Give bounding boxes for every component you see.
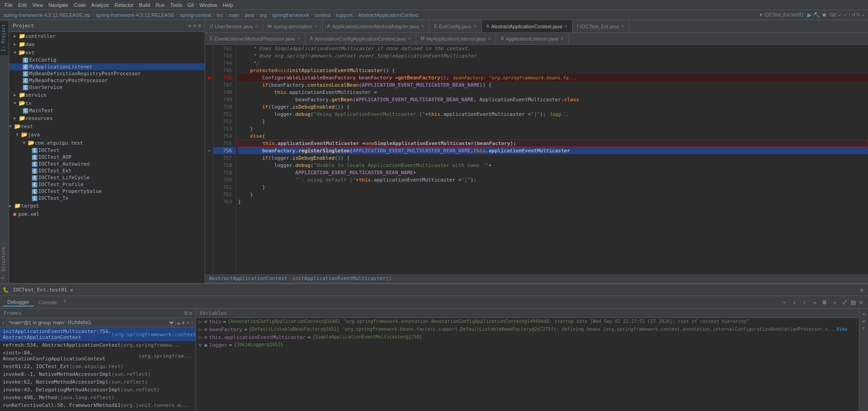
menu-build[interactable]: Build <box>136 2 153 8</box>
menu-tools[interactable]: Tools <box>167 2 185 8</box>
gutter-745[interactable] <box>205 67 213 74</box>
build-icon[interactable]: 🔨 <box>813 12 820 18</box>
bc2-method[interactable]: initApplicationEventMulticaster() <box>292 276 392 281</box>
tree-item-pomxml[interactable]: ◼ pom.xml <box>9 210 205 218</box>
close-debug-session[interactable]: ✕ <box>70 287 73 293</box>
run-config-dropdown[interactable]: ▼ IOCTest_Ext.test01 <box>759 12 804 17</box>
toggle-console-icon[interactable]: * <box>62 299 68 305</box>
menu-refactor[interactable]: Refactor <box>112 2 136 8</box>
menu-window[interactable]: Window <box>196 2 220 8</box>
tree-item-ioctest-tx[interactable]: C IOCTest_Tx <box>9 195 205 202</box>
bc-item[interactable]: spring-context <box>179 12 212 18</box>
tree-item-myapplicationlistener[interactable]: C MyApplicationListener <box>9 63 205 70</box>
tree-item-target[interactable]: ▶ 📁 target <box>9 202 205 210</box>
tree-item-com-atguigu[interactable]: ▼ 📂 com.atguigu.test <box>9 139 205 147</box>
bc-item[interactable]: support <box>335 12 354 18</box>
debug-run-to-cursor[interactable]: ⇥ <box>810 298 819 307</box>
debug-step-over[interactable]: ↷ <box>780 298 789 307</box>
var-item-multicaster[interactable]: ▷ ≡ this.applicationEventMulticaster = {… <box>196 333 859 341</box>
tree-item-mybeandef[interactable]: C MyBeanDefinitionRegistryPostProcessor <box>9 70 205 77</box>
bc-item[interactable]: src <box>216 12 224 18</box>
var-item-beanfactory[interactable]: ▷ ≡ beanFactory = {DefaultListableBeanFa… <box>196 326 859 333</box>
gutter-757[interactable] <box>205 154 213 161</box>
bc-item[interactable]: springframework <box>271 12 310 18</box>
close-tab-myapplicationlistener[interactable]: ✕ <box>487 36 491 41</box>
debug-close-btn[interactable]: ✕ <box>857 298 865 307</box>
gutter-753[interactable] <box>205 125 213 132</box>
tree-item-resources[interactable]: ▶ 📁 resources <box>9 114 205 122</box>
gutter-758[interactable] <box>205 161 213 169</box>
gutter-759[interactable] <box>205 169 213 176</box>
frame-item-2[interactable]: <init>:84, AnnotationConfigApplicationCo… <box>0 349 196 363</box>
frame-item-3[interactable]: test01:22, IOCTest_Ext (com.atguigu.test… <box>0 363 196 370</box>
tree-item-ioctest-profile[interactable]: C IOCTest_Profile <box>9 181 205 188</box>
tab-extconfig[interactable]: E ExtConfig.java ✕ <box>429 20 482 33</box>
menu-navigate[interactable]: Navigate <box>46 2 71 8</box>
bc-item[interactable]: context <box>314 12 331 18</box>
tree-item-ioctest[interactable]: C IOCTest <box>9 147 205 154</box>
menu-file[interactable]: File <box>2 2 16 8</box>
tab-userservice[interactable]: U UserService.java ✕ <box>205 20 263 33</box>
expand-all-icon[interactable]: ≡ <box>193 23 196 29</box>
bc-item[interactable]: AbstractApplicationContext <box>357 12 419 18</box>
tab-myapplicationlistener[interactable]: M MyApplicationListener.java ✕ <box>416 33 496 45</box>
debug-run-icon[interactable]: ▶ <box>807 12 811 18</box>
gutter-742[interactable] <box>205 45 213 52</box>
tab-applicationlistener[interactable]: A ApplicationListenerMethodAdapter.java … <box>323 20 429 33</box>
tree-item-test[interactable]: ▼ 📂 test <box>9 122 205 130</box>
gutter-760[interactable] <box>205 176 213 183</box>
gutter-761[interactable] <box>205 183 213 191</box>
gutter-754[interactable] <box>205 132 213 140</box>
filter-icon[interactable]: ⧉ <box>184 310 188 316</box>
gutter-748[interactable] <box>205 88 213 96</box>
close-tab-ioctest-ext[interactable]: ✕ <box>621 24 625 29</box>
tree-item-service[interactable]: ▶ 📁 service <box>9 91 205 99</box>
debug-side-btn-3[interactable]: ↕ <box>861 324 866 331</box>
settings-icon[interactable]: ⚙ <box>198 23 201 29</box>
debug-step-into[interactable]: ↓ <box>790 298 799 307</box>
frame-add[interactable]: + <box>186 320 189 325</box>
gutter-756[interactable]: ➡ <box>205 147 213 154</box>
tab-applicationlistener2[interactable]: A ApplicationListener.java ✕ <box>496 33 568 45</box>
tab-spring-annotation[interactable]: m spring-annotation ✕ <box>263 20 322 33</box>
tab-ioctest-ext[interactable]: I IOCTest_Ext.java ✕ <box>573 20 630 33</box>
bc2-abstractapplicationcontext[interactable]: AbstractApplicationContext <box>209 276 287 281</box>
tree-item-ext[interactable]: ▼ 📂 ext <box>9 48 205 57</box>
tree-item-ioctest-lifecycle[interactable]: C IOCTest_LifeCycle <box>9 174 205 181</box>
tab-abstractapplicationcontext[interactable]: A AbstractApplicationContext.java ✕ <box>482 20 573 33</box>
tree-item-userservice[interactable]: C UserService <box>9 84 205 91</box>
debug-expand-btn[interactable]: ⤢ <box>840 298 849 307</box>
debug-side-btn-1[interactable]: ≡ <box>861 311 866 317</box>
close-tab-extconfig[interactable]: ✕ <box>473 24 477 29</box>
close-tab-spring-annotation[interactable]: ✕ <box>314 24 318 29</box>
gutter-746[interactable]: ● <box>205 74 213 81</box>
menu-help[interactable]: Help <box>220 2 236 8</box>
gutter-751[interactable] <box>205 110 213 118</box>
close-tab-eventlistener[interactable]: ✕ <box>297 36 300 41</box>
gutter-750[interactable] <box>205 103 213 110</box>
tree-item-dao[interactable]: ▶ 📁 dao <box>9 40 205 48</box>
frame-item-7[interactable]: invoke:498, Method (java.lang.reflect) <box>0 394 196 401</box>
tree-item-tx[interactable]: ▼ 📂 tx <box>9 99 205 107</box>
debug-side-btn-2[interactable]: ⇄ <box>861 317 866 324</box>
close-tab-annotationconfig[interactable]: ✕ <box>408 36 411 41</box>
thread-dropdown[interactable]: *main*@1 in group 'main': RUNNING <box>6 319 176 326</box>
gutter-763[interactable] <box>205 198 213 205</box>
tree-item-controller[interactable]: ▶ 📁 controller <box>9 32 205 40</box>
tree-item-ioctest-autowired[interactable]: C IOCTest_Autowired <box>9 161 205 167</box>
tab-annotationconfig[interactable]: A AnnotationConfigApplicationContext.jav… <box>305 33 416 45</box>
tree-item-ioctest-propertyvalue[interactable]: C IOCTest_PropertyValue <box>9 188 205 195</box>
menu-view[interactable]: View <box>30 2 46 8</box>
frame-down[interactable]: ▼ <box>182 320 185 325</box>
frame-item-1[interactable]: refresh:534, AbstractApplicationContext … <box>0 341 196 349</box>
menu-run[interactable]: Run <box>153 2 167 8</box>
project-tab[interactable]: 1: Project <box>0 20 9 55</box>
menu-analyze[interactable]: Analyze <box>88 2 112 8</box>
gutter-749[interactable] <box>205 96 213 103</box>
menu-code[interactable]: Code <box>71 2 88 8</box>
frame-up[interactable]: ▲ <box>177 320 180 325</box>
debug-evaluate[interactable]: 🖩 <box>820 298 829 307</box>
tab-eventlistener[interactable]: E EventListenerMethodProcessor.java ✕ <box>205 33 305 45</box>
bc-item[interactable]: org <box>258 12 268 18</box>
close-tab-applicationlistener[interactable]: ✕ <box>421 24 424 29</box>
